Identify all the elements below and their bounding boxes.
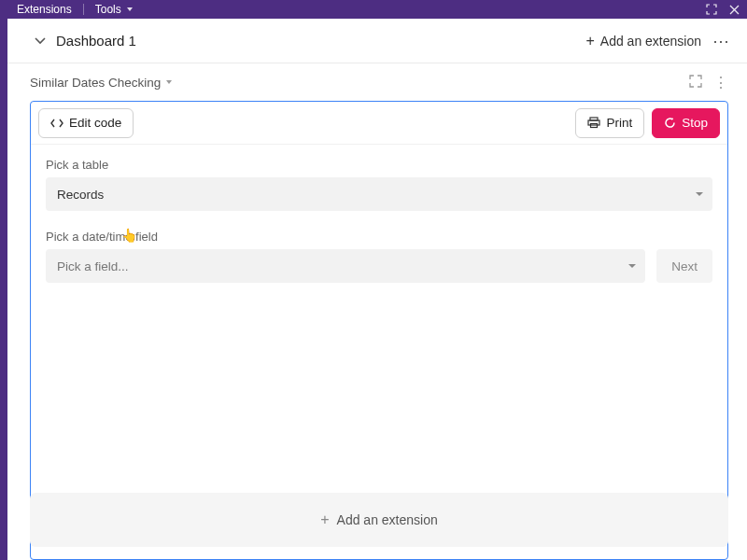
add-extension-top-button[interactable]: + Add an extension [585, 34, 701, 49]
edit-code-label: Edit code [69, 116, 121, 130]
extension-more-icon[interactable]: ⋮ [713, 74, 728, 91]
menu-divider [83, 4, 84, 15]
dashboard-title: Dashboard 1 [56, 33, 136, 49]
extension-toolbar: Edit code Print Stop [31, 102, 727, 145]
extension-panel: Edit code Print Stop Pick a table Record… [30, 101, 728, 560]
menu-tools-label: Tools [95, 3, 121, 16]
app-left-border [0, 0, 7, 560]
plus-icon: + [320, 511, 329, 528]
expand-icon[interactable] [689, 75, 702, 91]
print-button[interactable]: Print [575, 108, 644, 138]
add-extension-top-label: Add an extension [600, 34, 701, 49]
next-button-label: Next [671, 259, 698, 273]
plus-icon: + [585, 34, 594, 49]
table-select-value: Records [57, 188, 104, 202]
print-label: Print [606, 116, 632, 130]
edit-code-button[interactable]: Edit code [38, 108, 134, 138]
add-extension-footer-button[interactable]: + Add an extension [30, 493, 728, 547]
extension-name-label: Similar Dates Checking [30, 76, 161, 90]
menu-tools[interactable]: Tools [95, 3, 133, 16]
table-field-label: Pick a table [46, 158, 712, 172]
dashboard-header: Dashboard 1 + Add an extension ⋯ [7, 19, 747, 63]
svg-rect-1 [588, 120, 599, 125]
menu-extensions[interactable]: Extensions [17, 3, 72, 16]
extension-title-row: Similar Dates Checking ⋮ [7, 63, 747, 101]
chevron-down-icon [127, 7, 133, 11]
code-icon [50, 118, 63, 129]
menu-extensions-label: Extensions [17, 3, 72, 16]
close-icon[interactable] [726, 2, 741, 17]
fullscreen-icon[interactable] [704, 2, 719, 17]
collapse-toggle[interactable] [32, 33, 49, 49]
app-top-bar: Extensions Tools [0, 0, 747, 19]
print-icon [587, 117, 600, 129]
caret-down-icon [628, 264, 636, 268]
chevron-down-icon [166, 80, 172, 84]
add-extension-footer-label: Add an extension [337, 512, 438, 527]
refresh-icon [664, 117, 676, 129]
caret-down-icon [696, 192, 703, 196]
extension-name-dropdown[interactable]: Similar Dates Checking [30, 76, 172, 90]
table-select[interactable]: Records [46, 177, 712, 211]
stop-label: Stop [682, 116, 708, 130]
more-menu-button[interactable]: ⋯ [712, 31, 728, 51]
stop-button[interactable]: Stop [652, 108, 720, 138]
datetime-field-label: Pick a date/time field [46, 230, 712, 244]
datetime-select[interactable]: Pick a field... [46, 249, 645, 283]
datetime-select-placeholder: Pick a field... [57, 259, 129, 273]
next-button[interactable]: Next [656, 249, 712, 283]
